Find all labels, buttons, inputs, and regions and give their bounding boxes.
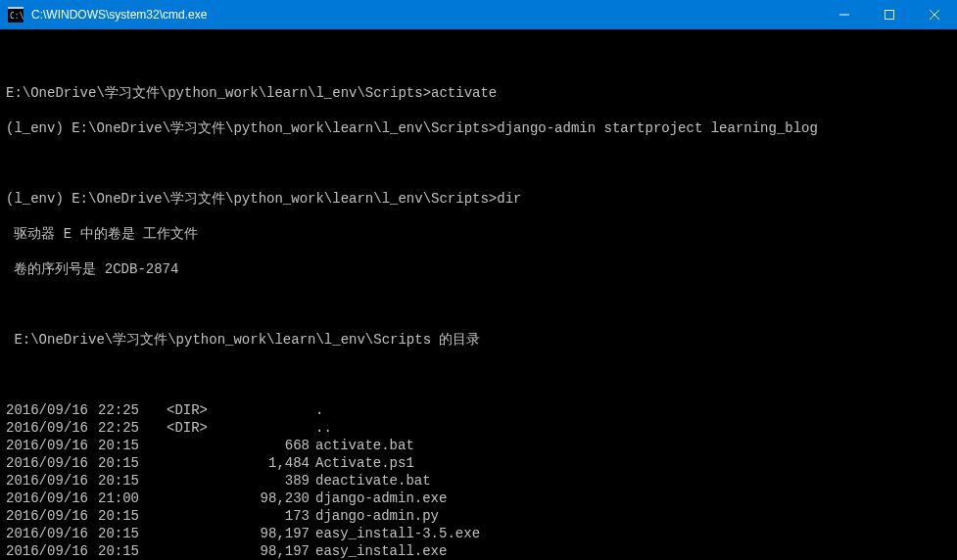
terminal-line: 驱动器 E 中的卷是 工作文件 [6, 225, 957, 243]
dir-row: 2016/09/1620:1598,197easy_install-3.5.ex… [6, 525, 957, 542]
window-controls [822, 0, 957, 29]
dir-date: 2016/09/16 [6, 437, 84, 454]
terminal-line [6, 155, 957, 172]
dir-listing: 2016/09/1622:25<DIR>.2016/09/1622:25<DIR… [6, 401, 957, 560]
dir-time: 20:15 [84, 472, 139, 490]
dir-date: 2016/09/16 [6, 472, 84, 490]
dir-row: 2016/09/1620:151,484Activate.ps1 [6, 454, 957, 472]
dir-marker: <DIR> [167, 419, 219, 437]
dir-size: 98,230 [219, 490, 315, 507]
dir-date: 2016/09/16 [6, 454, 84, 472]
dir-row: 2016/09/1621:0098,230django-admin.exe [6, 490, 957, 507]
terminal-line: (l_env) E:\OneDrive\学习文件\python_work\lea… [6, 190, 957, 208]
dir-size: 98,197 [219, 525, 315, 542]
dir-filename: django-admin.exe [315, 490, 447, 507]
dir-filename: . [315, 401, 323, 419]
dir-size: 668 [219, 437, 315, 454]
dir-filename: Activate.ps1 [315, 454, 414, 472]
terminal-body[interactable]: E:\OneDrive\学习文件\python_work\learn\l_env… [0, 29, 957, 560]
terminal-line [6, 366, 957, 384]
dir-row: 2016/09/1620:15668activate.bat [6, 437, 957, 454]
dir-filename: activate.bat [315, 437, 414, 454]
dir-date: 2016/09/16 [6, 542, 84, 560]
dir-time: 21:00 [84, 490, 139, 507]
terminal-line [6, 49, 957, 67]
window-title: C:\WINDOWS\system32\cmd.exe [31, 8, 822, 22]
dir-size: 389 [219, 472, 315, 490]
close-button[interactable] [912, 0, 957, 29]
dir-time: 20:15 [84, 542, 139, 560]
dir-filename: .. [315, 419, 332, 437]
terminal-line: (l_env) E:\OneDrive\学习文件\python_work\lea… [6, 119, 957, 137]
dir-date: 2016/09/16 [6, 419, 84, 437]
terminal-line: E:\OneDrive\学习文件\python_work\learn\l_env… [6, 84, 957, 102]
dir-size: 173 [219, 507, 315, 525]
dir-row: 2016/09/1622:25<DIR>.. [6, 419, 957, 437]
dir-date: 2016/09/16 [6, 401, 84, 419]
dir-filename: easy_install-3.5.exe [315, 525, 480, 542]
terminal-line: E:\OneDrive\学习文件\python_work\learn\l_env… [6, 331, 957, 349]
dir-filename: django-admin.py [315, 507, 439, 525]
titlebar: C:\ C:\WINDOWS\system32\cmd.exe [0, 0, 957, 29]
dir-date: 2016/09/16 [6, 490, 84, 507]
dir-time: 20:15 [84, 525, 139, 542]
dir-filename: easy_install.exe [315, 542, 447, 560]
minimize-button[interactable] [822, 0, 867, 29]
svg-rect-1 [8, 7, 24, 9]
dir-time: 20:15 [84, 454, 139, 472]
dir-time: 22:25 [84, 419, 139, 437]
dir-size: 98,197 [219, 542, 315, 560]
dir-date: 2016/09/16 [6, 525, 84, 542]
svg-text:C:\: C:\ [10, 12, 24, 21]
dir-row: 2016/09/1620:1598,197easy_install.exe [6, 542, 957, 560]
dir-marker: <DIR> [167, 401, 219, 419]
dir-time: 20:15 [84, 437, 139, 454]
terminal-line [6, 296, 957, 313]
dir-filename: deactivate.bat [315, 472, 431, 490]
dir-row: 2016/09/1622:25<DIR>. [6, 401, 957, 419]
dir-time: 22:25 [84, 401, 139, 419]
dir-date: 2016/09/16 [6, 507, 84, 525]
terminal-line: 卷的序列号是 2CDB-2874 [6, 260, 957, 278]
dir-size: 1,484 [219, 454, 315, 472]
dir-row: 2016/09/1620:15173django-admin.py [6, 507, 957, 525]
cmd-icon: C:\ [8, 7, 24, 23]
maximize-button[interactable] [867, 0, 912, 29]
dir-time: 20:15 [84, 507, 139, 525]
svg-rect-4 [885, 11, 894, 20]
dir-row: 2016/09/1620:15389deactivate.bat [6, 472, 957, 490]
